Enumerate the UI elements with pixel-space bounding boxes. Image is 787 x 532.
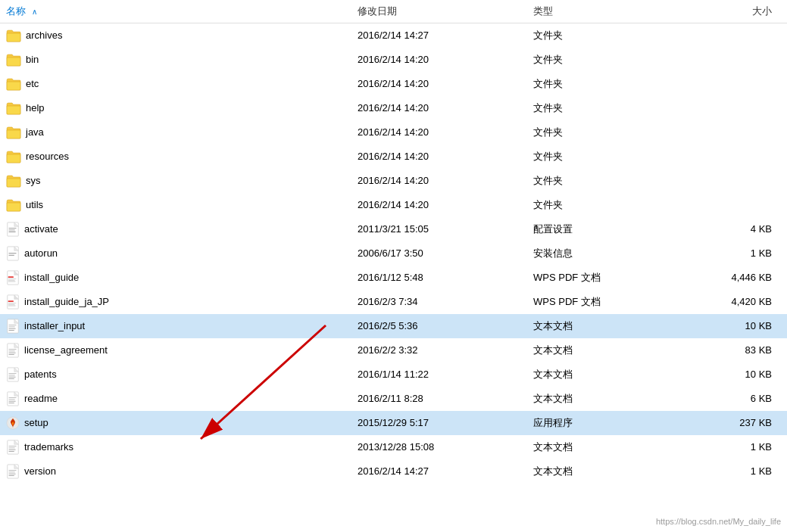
table-row[interactable]: install_guide2016/1/12 5:48WPS PDF 文档4,4… — [0, 266, 787, 290]
file-type: 文件夹 — [527, 193, 695, 217]
svg-rect-38 — [9, 378, 14, 379]
file-name-cell: utils — [0, 193, 351, 217]
file-name: license_agreement — [24, 344, 108, 356]
file-name: archives — [26, 30, 62, 41]
file-date: 2013/12/28 15:08 — [351, 435, 527, 459]
table-row[interactable]: bin2016/2/14 14:20文件夹 — [0, 48, 787, 72]
txt-icon — [6, 343, 20, 358]
file-name: etc — [26, 78, 39, 89]
svg-rect-25 — [9, 328, 16, 328]
table-row[interactable]: sys2016/2/14 14:20文件夹 — [0, 169, 787, 193]
svg-rect-39 — [8, 391, 19, 405]
file-size: 10 KB — [695, 314, 787, 338]
table-row[interactable]: java2016/2/14 14:20文件夹 — [0, 120, 787, 145]
file-name: readme — [24, 393, 58, 404]
col-type-label: 类型 — [533, 5, 553, 17]
file-name: autorun — [24, 247, 58, 259]
file-name: activate — [24, 223, 58, 235]
file-name: resources — [26, 151, 69, 162]
svg-rect-33 — [8, 367, 19, 381]
table-row[interactable]: autorun2006/6/17 3:50安装信息1 KB — [0, 241, 787, 266]
file-name: help — [26, 102, 45, 114]
folder-icon — [6, 29, 21, 42]
file-size — [695, 48, 787, 72]
svg-rect-12 — [8, 278, 17, 278]
svg-rect-41 — [9, 397, 17, 398]
file-name-cell: install_guide — [0, 266, 351, 290]
table-row[interactable]: readme2016/2/11 8:28文本文档6 KB — [0, 387, 787, 411]
watermark: https://blog.csdn.net/My_daily_life — [656, 517, 781, 526]
table-row[interactable]: trademarks2013/12/28 15:08文本文档1 KB — [0, 435, 787, 459]
file-name: patents — [24, 369, 57, 380]
svg-rect-49 — [9, 447, 15, 448]
file-type: 文件夹 — [527, 23, 695, 48]
svg-rect-42 — [9, 399, 15, 400]
svg-rect-8 — [9, 254, 14, 255]
svg-rect-14 — [8, 281, 16, 282]
file-name: installer_input — [24, 320, 85, 331]
file-name-cell: help — [0, 96, 351, 120]
col-header-date[interactable]: 修改日期 — [351, 0, 527, 23]
file-type: 安装信息 — [527, 241, 695, 266]
file-name: setup — [24, 417, 48, 428]
file-size — [695, 23, 787, 48]
file-name: sys — [26, 175, 41, 186]
folder-icon — [6, 77, 21, 91]
table-row[interactable]: activate2011/3/21 15:05配置设置4 KB — [0, 217, 787, 241]
svg-rect-27 — [8, 343, 19, 356]
svg-rect-48 — [9, 446, 17, 446]
table-row[interactable]: etc2016/2/14 14:20文件夹 — [0, 72, 787, 96]
table-row[interactable]: install_guide_ja_JP2016/2/3 7:34WPS PDF … — [0, 290, 787, 314]
file-type: 文件夹 — [527, 48, 695, 72]
table-row[interactable]: setup2015/12/29 5:17应用程序237 KB — [0, 411, 787, 435]
table-row[interactable]: resources2016/2/14 14:20文件夹 — [0, 145, 787, 169]
svg-rect-11 — [8, 276, 14, 278]
folder-icon — [6, 53, 21, 67]
svg-rect-31 — [9, 352, 16, 353]
svg-rect-43 — [9, 400, 16, 401]
col-header-name[interactable]: 名称 ∧ — [0, 0, 351, 23]
table-row[interactable]: version2016/2/14 14:27文本文档1 KB — [0, 459, 787, 484]
svg-rect-21 — [8, 319, 19, 332]
file-date: 2016/2/14 14:27 — [351, 23, 527, 48]
file-size — [695, 72, 787, 96]
file-name-cell: etc — [0, 72, 351, 96]
file-date: 2016/2/14 14:20 — [351, 120, 527, 145]
col-header-size[interactable]: 大小 — [695, 0, 787, 23]
file-date: 2016/2/11 8:28 — [351, 387, 527, 411]
col-header-type[interactable]: 类型 — [527, 0, 695, 23]
table-row[interactable]: help2016/2/14 14:20文件夹 — [0, 96, 787, 120]
file-date: 2016/2/14 14:20 — [351, 72, 527, 96]
svg-rect-3 — [9, 229, 15, 230]
svg-rect-37 — [9, 376, 16, 377]
file-size: 1 KB — [695, 435, 787, 459]
file-date: 2011/3/21 15:05 — [351, 217, 527, 241]
svg-rect-4 — [9, 231, 16, 232]
setup-app-icon — [6, 415, 20, 431]
file-list: 名称 ∧ 修改日期 类型 大小 archives2016/2/14 14:27文… — [0, 0, 787, 532]
svg-rect-20 — [8, 305, 16, 306]
txt-icon — [6, 391, 20, 406]
file-date: 2016/2/2 3:32 — [351, 338, 527, 362]
file-size: 4,420 KB — [695, 290, 787, 314]
table-row[interactable]: patents2016/1/14 11:22文本文档10 KB — [0, 362, 787, 387]
table-row[interactable]: license_agreement2016/2/2 3:32文本文档83 KB — [0, 338, 787, 362]
txt-icon — [6, 367, 20, 382]
table-row[interactable]: installer_input2016/2/5 5:36文本文档10 KB — [0, 314, 787, 338]
file-type: 文本文档 — [527, 435, 695, 459]
file-size — [695, 193, 787, 217]
folder-icon — [6, 101, 21, 115]
file-type: 文件夹 — [527, 145, 695, 169]
svg-rect-32 — [9, 354, 14, 355]
svg-rect-23 — [9, 325, 17, 325]
svg-rect-46 — [8, 440, 19, 453]
file-type: 文件夹 — [527, 72, 695, 96]
col-size-label: 大小 — [752, 5, 772, 17]
table-row[interactable]: utils2016/2/14 14:20文件夹 — [0, 193, 787, 217]
file-type: 配置设置 — [527, 217, 695, 241]
file-date: 2016/2/14 14:20 — [351, 96, 527, 120]
file-type: 文件夹 — [527, 120, 695, 145]
table-row[interactable]: archives2016/2/14 14:27文件夹 — [0, 23, 787, 48]
svg-rect-2 — [9, 228, 17, 229]
file-name-cell: sys — [0, 169, 351, 193]
